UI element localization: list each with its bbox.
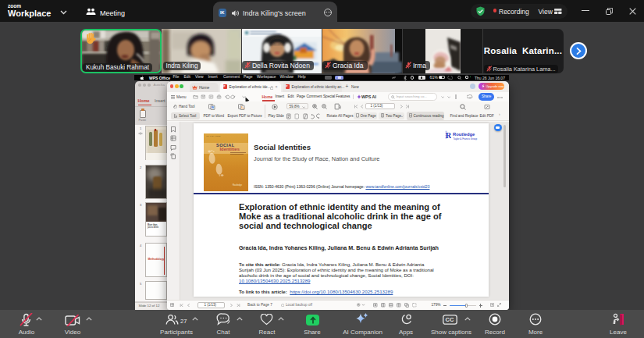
svg-text:CC: CC — [446, 316, 454, 323]
